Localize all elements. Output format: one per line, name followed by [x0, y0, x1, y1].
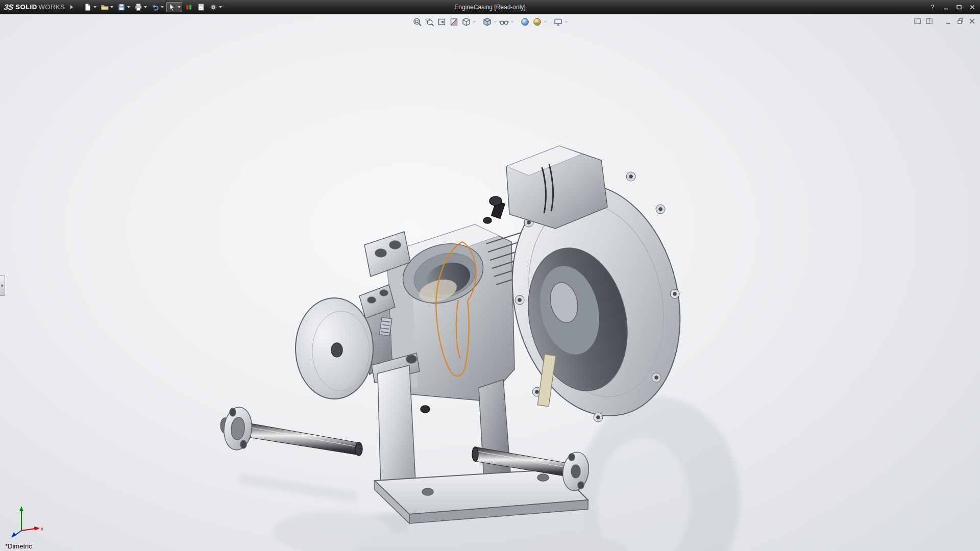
view-settings-icon — [553, 17, 564, 27]
zoom-to-area-button[interactable] — [424, 16, 436, 28]
dropdown-arrow-icon[interactable] — [544, 21, 547, 23]
display-style-icon — [482, 17, 493, 27]
dropdown-arrow-icon[interactable] — [494, 21, 497, 23]
eyeglasses-icon — [499, 17, 509, 27]
minimize-button[interactable] — [941, 3, 950, 12]
document-close-button[interactable] — [968, 17, 976, 25]
undo-icon — [151, 3, 159, 11]
dropdown-arrow-icon[interactable] — [178, 6, 181, 8]
triad-x-label: x — [41, 526, 43, 532]
maximize-button[interactable] — [954, 3, 964, 12]
graphics-area[interactable]: x *Dimetric — [0, 14, 980, 551]
rebuild-button[interactable] — [183, 2, 194, 12]
view-orientation-cube-icon — [461, 17, 472, 27]
show-left-pane-button[interactable] — [913, 17, 921, 25]
zoom-to-area-icon — [425, 17, 435, 27]
appearance-sphere-icon — [520, 17, 530, 27]
title-bar: 3S SOLIDWORKS — [0, 0, 980, 14]
window-controls: ? — [928, 0, 977, 14]
dropdown-arrow-icon[interactable] — [127, 6, 130, 8]
doc-restore-icon — [957, 17, 964, 25]
dropdown-arrow-icon[interactable] — [161, 6, 164, 8]
dropdown-arrow-icon[interactable] — [93, 6, 96, 8]
open-document-button[interactable] — [99, 2, 115, 12]
edit-appearance-button[interactable] — [519, 16, 531, 28]
section-view-icon — [449, 17, 459, 27]
new-document-icon — [84, 3, 92, 11]
file-properties-button[interactable] — [195, 2, 207, 12]
brand-text-works: WORKS — [39, 3, 65, 11]
dropdown-arrow-icon[interactable] — [144, 6, 147, 8]
file-properties-icon — [197, 3, 205, 11]
print-button[interactable] — [133, 2, 149, 12]
open-folder-icon — [101, 3, 109, 11]
dropdown-arrow-icon[interactable] — [565, 21, 568, 23]
heads-up-view-toolbar — [411, 16, 569, 28]
select-cursor-icon — [168, 3, 176, 11]
help-button[interactable]: ? — [928, 3, 937, 12]
brand-text-solid: SOLID — [15, 3, 37, 11]
previous-view-icon — [437, 17, 447, 27]
options-button[interactable] — [208, 2, 224, 12]
scene-sphere-icon — [532, 17, 543, 27]
view-orientation-label: *Dimetric — [5, 542, 32, 550]
new-document-button[interactable] — [82, 2, 98, 12]
doc-minimize-icon — [945, 17, 952, 25]
window-title: EngineCasing [Read-only] — [454, 0, 525, 14]
options-gear-icon — [209, 3, 217, 11]
hide-show-items-button[interactable] — [498, 16, 515, 28]
right-triangle-icon — [70, 5, 73, 9]
view-settings-button[interactable] — [552, 16, 569, 28]
save-button[interactable] — [116, 2, 132, 12]
document-minimize-button[interactable] — [944, 17, 952, 25]
solidworks-logo: 3S SOLIDWORKS — [0, 3, 68, 11]
close-button[interactable] — [968, 3, 977, 12]
model-shaft-left — [220, 406, 362, 456]
left-pane-icon — [914, 17, 921, 25]
featuremanager-collapsed-tab[interactable] — [0, 276, 5, 296]
document-restore-button[interactable] — [956, 17, 964, 25]
menu-expand-arrow[interactable] — [68, 3, 75, 12]
show-right-pane-button[interactable] — [925, 17, 933, 25]
model-stand-front-leg — [378, 365, 415, 489]
print-icon — [134, 3, 142, 11]
display-style-button[interactable] — [481, 16, 498, 28]
zoom-to-fit-button[interactable] — [411, 16, 424, 28]
apply-scene-button[interactable] — [531, 16, 548, 28]
dropdown-arrow-icon[interactable] — [473, 21, 476, 23]
close-icon — [969, 4, 975, 10]
dropdown-arrow-icon[interactable] — [511, 21, 514, 23]
save-icon — [117, 3, 126, 11]
section-view-button[interactable] — [448, 16, 460, 28]
rebuild-traffic-icon — [185, 3, 193, 11]
model-canvas[interactable] — [0, 14, 980, 551]
undo-button[interactable] — [150, 2, 165, 12]
chevron-left-icon — [2, 284, 4, 287]
document-window-controls — [913, 17, 976, 25]
dropdown-arrow-icon[interactable] — [219, 6, 222, 8]
right-pane-icon — [925, 17, 933, 25]
dropdown-arrow-icon[interactable] — [110, 6, 113, 8]
maximize-icon — [956, 4, 962, 10]
orientation-triad: x — [6, 501, 47, 538]
menu-bar-toolbar — [82, 2, 224, 12]
ds-logo-mark: 3S — [4, 3, 14, 11]
previous-view-button[interactable] — [436, 16, 448, 28]
view-orientation-button[interactable] — [460, 16, 477, 28]
zoom-to-fit-icon — [412, 17, 423, 27]
select-button[interactable] — [166, 2, 182, 12]
minimize-icon — [943, 4, 949, 10]
doc-close-icon — [968, 17, 976, 25]
